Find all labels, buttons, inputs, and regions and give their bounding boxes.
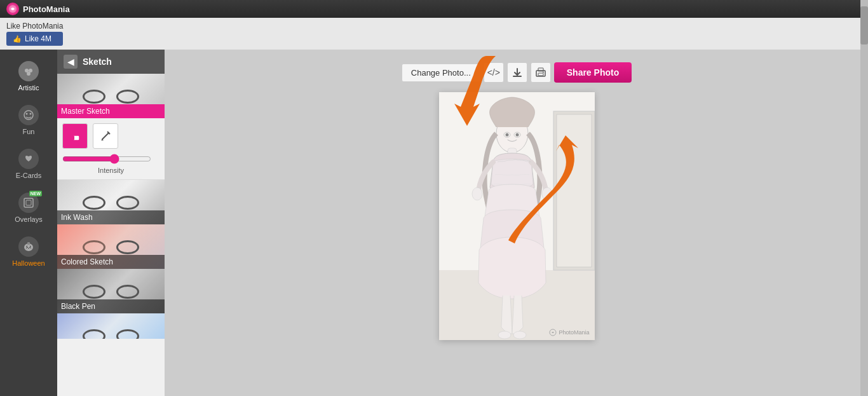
sidebar-item-ecards[interactable]: E-Cards: [0, 144, 57, 184]
svg-rect-21: [538, 73, 543, 76]
main-content: Artistic Fun E-Cards: [0, 50, 868, 396]
fun-icon: [18, 105, 39, 125]
code-icon: </>: [487, 67, 500, 78]
sidebar-item-halloween[interactable]: Halloween: [0, 231, 57, 272]
filter-back-button[interactable]: ◀: [64, 55, 78, 69]
intensity-label: Intensity: [62, 167, 159, 174]
app-logo: PhotoMania: [6, 3, 70, 15]
filter-title: Sketch: [83, 57, 112, 67]
ecards-icon: [18, 149, 39, 169]
intensity-row: Intensity: [62, 154, 159, 174]
sidebar-label-ecards: E-Cards: [16, 172, 41, 179]
svg-point-38: [515, 133, 519, 137]
filter-label-black-pen: Black Pen: [57, 299, 165, 313]
new-badge: NEW: [29, 191, 42, 196]
print-button[interactable]: [531, 62, 551, 83]
facebook-like-button[interactable]: Like 4M: [6, 32, 63, 46]
share-photo-button[interactable]: Share Photo: [554, 62, 632, 83]
top-bar: PhotoMania: [0, 0, 868, 18]
download-button[interactable]: [507, 62, 527, 83]
sidebar-label-halloween: Halloween: [12, 259, 44, 267]
svg-point-34: [513, 331, 526, 339]
change-photo-button[interactable]: Change Photo...: [402, 64, 480, 82]
watermark-text: PhotoMania: [559, 329, 589, 336]
sidebar-label-fun: Fun: [23, 128, 35, 135]
intensity-slider[interactable]: [62, 154, 151, 164]
sidebar-item-overlays[interactable]: NEW Overlays: [0, 188, 57, 228]
svg-line-15: [102, 133, 109, 139]
filter-label-master-sketch: Master Sketch: [57, 104, 165, 118]
filter-thumb-black-pen[interactable]: Black Pen: [57, 269, 165, 313]
right-scrollbar-thumb[interactable]: [860, 6, 868, 44]
sub-bar: Like PhotoMania Like 4M: [0, 18, 868, 50]
halloween-icon: [18, 236, 39, 257]
right-scrollbar[interactable]: [860, 0, 868, 396]
svg-point-1: [25, 69, 29, 72]
svg-marker-16: [101, 139, 104, 140]
download-icon: [512, 67, 523, 78]
photo-sketch: PhotoMania: [439, 92, 595, 340]
sidebar-label-overlays: Overlays: [15, 215, 42, 223]
fb-like-label: Like 4M: [25, 34, 51, 43]
svg-point-3: [27, 72, 31, 76]
svg-point-33: [498, 331, 511, 339]
eraser-brush-btn[interactable]: [62, 123, 88, 149]
photo-container: PhotoMania: [439, 92, 595, 340]
filter-controls: Intensity: [57, 118, 165, 180]
sidebar-item-fun[interactable]: Fun: [0, 100, 57, 140]
app-title: PhotoMania: [23, 4, 70, 14]
filter-thumb-extra[interactable]: [57, 313, 165, 339]
canvas-area: Change Photo... </> Share Photo: [165, 50, 868, 396]
print-icon: [535, 67, 546, 78]
like-text: Like PhotoMania: [6, 22, 63, 31]
svg-rect-7: [24, 198, 33, 207]
svg-point-23: [543, 72, 544, 73]
brush-row: [62, 123, 159, 149]
svg-point-31: [472, 188, 482, 200]
svg-point-2: [29, 69, 32, 72]
sidebar-item-artistic[interactable]: Artistic: [0, 56, 57, 97]
embed-code-button[interactable]: </>: [484, 62, 504, 83]
filter-thumb-ink-wash[interactable]: Ink Wash: [57, 180, 165, 224]
sidebar: Artistic Fun E-Cards: [0, 50, 57, 396]
app-logo-icon: [6, 3, 19, 15]
pencil-brush-btn[interactable]: [93, 123, 118, 149]
svg-rect-10: [27, 242, 30, 245]
svg-point-32: [542, 188, 552, 200]
toolbar: Change Photo... </> Share Photo: [402, 62, 632, 83]
filter-header: ◀ Sketch: [57, 50, 165, 74]
svg-point-37: [505, 133, 508, 137]
watermark: PhotoMania: [549, 329, 589, 336]
filter-thumb-colored-sketch[interactable]: Colored Sketch: [57, 224, 165, 269]
svg-point-5: [26, 113, 28, 115]
filter-label-colored-sketch: Colored Sketch: [57, 255, 165, 269]
artistic-icon: [18, 61, 39, 81]
svg-point-6: [30, 113, 32, 115]
filter-label-ink-wash: Ink Wash: [57, 210, 165, 224]
svg-rect-28: [557, 114, 592, 267]
filter-thumb-master-sketch[interactable]: Master Sketch: [57, 74, 165, 118]
sidebar-label-artistic: Artistic: [18, 84, 39, 92]
sketch-image: [439, 92, 595, 340]
filter-panel: ◀ Sketch Master Sketch: [57, 50, 165, 396]
svg-rect-14: [71, 135, 74, 140]
watermark-logo: [549, 329, 557, 336]
svg-rect-8: [26, 200, 31, 205]
